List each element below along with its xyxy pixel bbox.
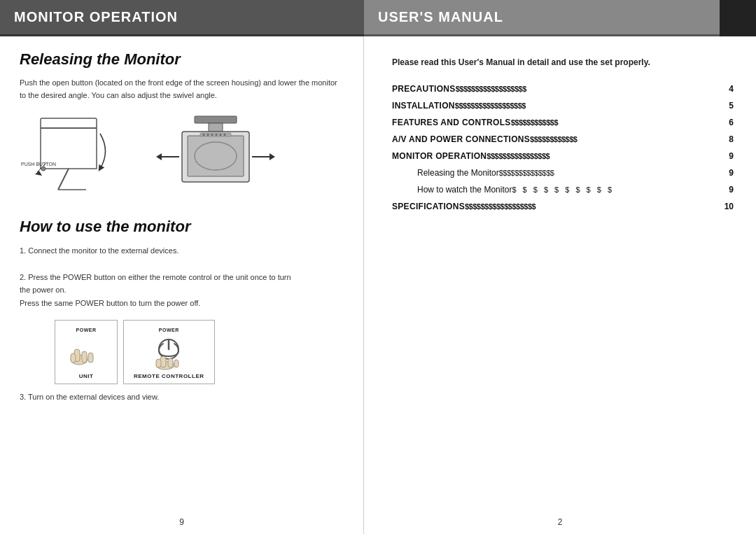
- diagrams-row: PUSH BUTTON: [20, 113, 344, 204]
- main-content: Releasing the Monitor Push the open butt…: [0, 36, 756, 534]
- section1-body: Push the open button (located on the fro…: [20, 77, 344, 101]
- power-unit-icon: [65, 335, 107, 370]
- toc-row-av: A/V AND POWER CONNECTIONS$$$$$$$$$$$$ 8: [392, 134, 734, 144]
- svg-point-15: [216, 134, 218, 136]
- toc-label: PRECAUTIONS$$$$$$$$$$$$$$$$$$: [392, 84, 526, 94]
- toc-row-installation: INSTALLATION$$$$$$$$$$$$$$$$$$ 5: [392, 101, 734, 111]
- svg-marker-22: [270, 153, 275, 160]
- header: MONITOR OPERATION USER'S MANUAL: [0, 0, 756, 36]
- header-left-title: MONITOR OPERATION: [0, 0, 364, 36]
- diagram-monitor-front: [153, 113, 279, 204]
- svg-rect-27: [71, 353, 76, 363]
- svg-rect-32: [174, 360, 178, 367]
- power-remote-label-top: POWER: [159, 328, 179, 332]
- toc-row-monitor-op: MONITOR OPERATION$$$$$$$$$$$$$$$$ 9: [392, 151, 734, 161]
- monitor-front-svg: [153, 113, 279, 204]
- svg-point-12: [203, 134, 205, 136]
- svg-line-2: [58, 169, 69, 190]
- toc-row-precautions: PRECAUTIONS$$$$$$$$$$$$$$$$$$ 4: [392, 84, 734, 94]
- power-buttons-row: POWER UNIT POWER: [55, 320, 344, 384]
- section2-title: How to use the monitor: [20, 218, 344, 236]
- section1-title: Releasing the Monitor: [20, 50, 344, 69]
- toc-intro: Please read this User's Manual in detail…: [392, 56, 734, 69]
- svg-point-16: [220, 134, 222, 136]
- toc-label: FEATURES AND CONTROLS$$$$$$$$$$$$: [392, 118, 558, 127]
- svg-point-6: [41, 167, 46, 171]
- toc-label-sub: Releasing the Monitor$$$$$$$$$$$$$$: [406, 168, 554, 178]
- step1: 1. Connect the monitor to the external d…: [20, 244, 344, 258]
- svg-rect-0: [41, 118, 97, 128]
- section2: How to use the monitor 1. Connect the mo…: [20, 218, 344, 400]
- svg-point-14: [211, 134, 214, 136]
- power-remote-icon: [148, 335, 190, 370]
- left-column: Releasing the Monitor Push the open butt…: [0, 36, 364, 534]
- toc-label-sub: How to watch the Monitor$ $ $ $ $ $ $ $ …: [406, 185, 614, 195]
- toc-label: INSTALLATION$$$$$$$$$$$$$$$$$$: [392, 101, 526, 111]
- step2c: Press the same POWER button to turn the …: [20, 297, 344, 310]
- svg-rect-33: [156, 359, 161, 367]
- svg-point-13: [207, 134, 209, 136]
- svg-rect-7: [195, 116, 237, 123]
- header-black-square: [720, 0, 756, 36]
- power-remote-box: POWER REMOTE: [123, 320, 215, 384]
- push-button-label: PUSH BUTTON: [21, 162, 56, 167]
- toc-row-specs: SPECIFICATIONS$$$$$$$$$$$$$$$$$$ 10: [392, 202, 734, 211]
- toc-list: PRECAUTIONS$$$$$$$$$$$$$$$$$$ 4 INSTALLA…: [392, 84, 734, 211]
- step2a: 2. Press the POWER button on either the …: [20, 271, 344, 284]
- power-unit-label-top: POWER: [76, 328, 97, 332]
- diagram-monitor-side: PUSH BUTTON: [20, 113, 132, 204]
- monitor-side-svg: [20, 113, 128, 204]
- toc-row-how-to-watch: How to watch the Monitor$ $ $ $ $ $ $ $ …: [392, 185, 734, 195]
- svg-rect-26: [88, 353, 93, 363]
- svg-point-17: [224, 134, 226, 136]
- steps-text: 1. Connect the monitor to the external d…: [20, 244, 344, 309]
- page-container: MONITOR OPERATION USER'S MANUAL Releasin…: [0, 0, 756, 534]
- power-unit-label-bottom: UNIT: [79, 373, 94, 379]
- step2b: the power on.: [20, 283, 344, 297]
- left-title-text: MONITOR OPERATION: [14, 9, 178, 25]
- right-title-text: USER'S MANUAL: [378, 9, 503, 25]
- left-page-number: 9: [179, 517, 184, 527]
- svg-rect-8: [209, 123, 223, 132]
- svg-rect-25: [82, 351, 87, 363]
- header-right-title: USER'S MANUAL: [364, 0, 720, 36]
- right-page-number: 2: [558, 517, 563, 527]
- toc-label: SPECIFICATIONS$$$$$$$$$$$$$$$$$$: [392, 202, 536, 211]
- toc-row-features: FEATURES AND CONTROLS$$$$$$$$$$$$ 6: [392, 118, 734, 127]
- toc-row-releasing: Releasing the Monitor$$$$$$$$$$$$$$ 9: [392, 168, 734, 178]
- right-column: Please read this User's Manual in detail…: [364, 36, 756, 534]
- svg-rect-31: [168, 358, 173, 367]
- toc-label: A/V AND POWER CONNECTIONS$$$$$$$$$$$$: [392, 134, 577, 144]
- step3: 3. Turn on the external devices and view…: [20, 393, 344, 401]
- power-unit-box: POWER UNIT: [55, 320, 118, 384]
- svg-marker-20: [156, 153, 162, 160]
- toc-label: MONITOR OPERATION$$$$$$$$$$$$$$$$: [392, 151, 550, 161]
- power-remote-label-bottom: REMOTE CONTROLLER: [134, 373, 204, 379]
- svg-marker-5: [35, 171, 42, 176]
